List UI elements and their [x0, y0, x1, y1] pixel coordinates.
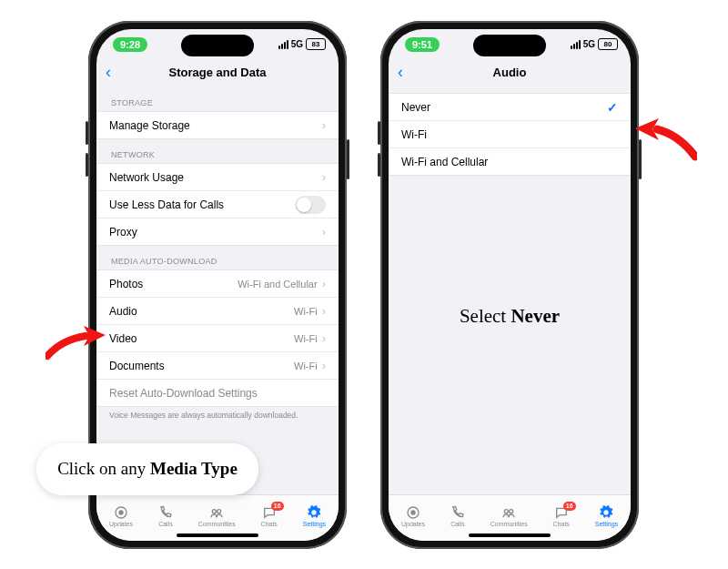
nav-header: ‹ Storage and Data [96, 64, 339, 87]
tab-label: Settings [303, 521, 326, 527]
toggle-switch[interactable] [295, 196, 326, 214]
volume-up-button [86, 121, 88, 145]
tab-calls[interactable]: Calls [158, 505, 173, 527]
back-button[interactable]: ‹ [398, 64, 403, 80]
tab-label: Updates [401, 521, 425, 527]
chats-badge: 16 [271, 502, 284, 511]
video-row[interactable]: Video Wi-Fi › [96, 325, 339, 352]
cell-label: Reset Auto-Download Settings [109, 387, 326, 400]
section-label-media: MEDIA AUTO-DOWNLOAD [96, 246, 339, 269]
phone-right: 9:51 5G 80 ‹ Audio Never ✓ [380, 21, 639, 549]
media-group: Photos Wi-Fi and Cellular › Audio Wi-Fi … [96, 269, 339, 407]
option-wifi[interactable]: Wi-Fi [389, 121, 631, 148]
tutorial-canvas: 9:28 5G 83 ‹ Storage and Data STORAGE Ma [0, 0, 728, 569]
cell-value: Wi-Fi [294, 361, 318, 371]
svg-point-5 [411, 511, 415, 514]
media-footer-note: Voice Messages are always automatically … [96, 407, 339, 420]
balloon-text-a: Click on any [57, 459, 150, 478]
power-button [639, 139, 642, 179]
audio-row[interactable]: Audio Wi-Fi › [96, 298, 339, 325]
tab-label: Communities [490, 521, 528, 527]
tab-chats[interactable]: 16 Chats [553, 505, 570, 527]
option-wifi-cellular[interactable]: Wi-Fi and Cellular [389, 148, 631, 175]
tab-communities[interactable]: Communities [198, 505, 236, 527]
tab-label: Updates [109, 521, 133, 527]
network-group: Network Usage › Use Less Data for Calls … [96, 163, 339, 246]
checkmark-icon: ✓ [607, 100, 618, 115]
cell-label: Documents [109, 360, 294, 372]
screen-right: 9:51 5G 80 ‹ Audio Never ✓ [389, 29, 631, 541]
option-group: Never ✓ Wi-Fi Wi-Fi and Cellular [389, 93, 631, 176]
cell-value: Wi-Fi [294, 333, 318, 344]
reset-row[interactable]: Reset Auto-Download Settings [96, 380, 339, 406]
page-title: Audio [493, 66, 527, 79]
svg-point-6 [505, 510, 509, 513]
volume-up-button [378, 121, 380, 145]
option-never[interactable]: Never ✓ [389, 94, 631, 121]
tab-communities[interactable]: Communities [490, 505, 528, 527]
status-right: 5G 83 [278, 38, 326, 50]
status-right: 5G 80 [571, 38, 618, 50]
less-data-row[interactable]: Use Less Data for Calls [96, 191, 339, 218]
proxy-row[interactable]: Proxy › [96, 218, 339, 245]
status-time: 9:28 [113, 37, 147, 52]
network-usage-row[interactable]: Network Usage › [96, 164, 339, 191]
phone-icon [158, 505, 173, 520]
svg-point-2 [213, 510, 217, 513]
chats-icon: 16 [262, 505, 277, 520]
battery-icon: 80 [598, 38, 618, 50]
settings-content[interactable]: STORAGE Manage Storage › NETWORK Network… [96, 87, 339, 499]
communities-icon [501, 505, 516, 520]
cell-label: Photos [109, 278, 238, 290]
tab-label: Chats [261, 521, 278, 527]
chevron-right-icon: › [322, 170, 326, 184]
photos-row[interactable]: Photos Wi-Fi and Cellular › [96, 270, 339, 298]
options-content[interactable]: Never ✓ Wi-Fi Wi-Fi and Cellular [389, 87, 631, 499]
chevron-right-icon: › [322, 225, 326, 239]
page-title: Storage and Data [169, 66, 267, 79]
tab-chats[interactable]: 16 Chats [261, 505, 278, 527]
power-button [347, 139, 349, 179]
home-indicator[interactable] [177, 533, 258, 537]
tab-label: Calls [158, 521, 173, 527]
tab-updates[interactable]: Updates [401, 505, 425, 527]
section-label-network: NETWORK [96, 139, 339, 163]
balloon-text-b: Media Type [150, 459, 238, 478]
manage-storage-row[interactable]: Manage Storage › [96, 112, 339, 138]
instruction-balloon-left: Click on any Media Type [36, 443, 258, 495]
option-label: Never [401, 101, 607, 114]
tab-label: Communities [198, 521, 236, 527]
gear-icon [307, 505, 321, 520]
svg-point-7 [510, 510, 513, 513]
battery-level: 83 [306, 38, 326, 50]
chats-icon: 16 [554, 505, 569, 520]
tab-label: Calls [450, 521, 465, 527]
network-type: 5G [583, 39, 595, 49]
updates-icon [406, 505, 420, 520]
cell-label: Audio [109, 305, 294, 318]
nav-header: ‹ Audio [389, 64, 631, 87]
tab-settings[interactable]: Settings [595, 505, 618, 527]
home-indicator[interactable] [469, 533, 551, 537]
notch [181, 35, 254, 56]
communities-icon [209, 505, 224, 520]
tab-calls[interactable]: Calls [450, 505, 465, 527]
back-button[interactable]: ‹ [106, 64, 111, 80]
storage-group: Manage Storage › [96, 111, 339, 139]
tab-label: Settings [595, 521, 618, 527]
phone-icon [450, 505, 465, 520]
battery-level: 80 [598, 38, 618, 50]
network-type: 5G [291, 39, 303, 49]
cell-label: Network Usage [109, 171, 322, 184]
chevron-right-icon: › [322, 118, 326, 132]
tab-settings[interactable]: Settings [303, 505, 326, 527]
documents-row[interactable]: Documents Wi-Fi › [96, 352, 339, 380]
signal-icon [278, 40, 288, 49]
tab-updates[interactable]: Updates [109, 505, 133, 527]
gear-icon [599, 505, 613, 520]
chevron-right-icon: › [322, 304, 326, 318]
chevron-right-icon: › [322, 331, 326, 345]
cell-label: Video [109, 332, 294, 345]
svg-point-1 [119, 511, 123, 514]
cell-label: Use Less Data for Calls [109, 198, 295, 211]
